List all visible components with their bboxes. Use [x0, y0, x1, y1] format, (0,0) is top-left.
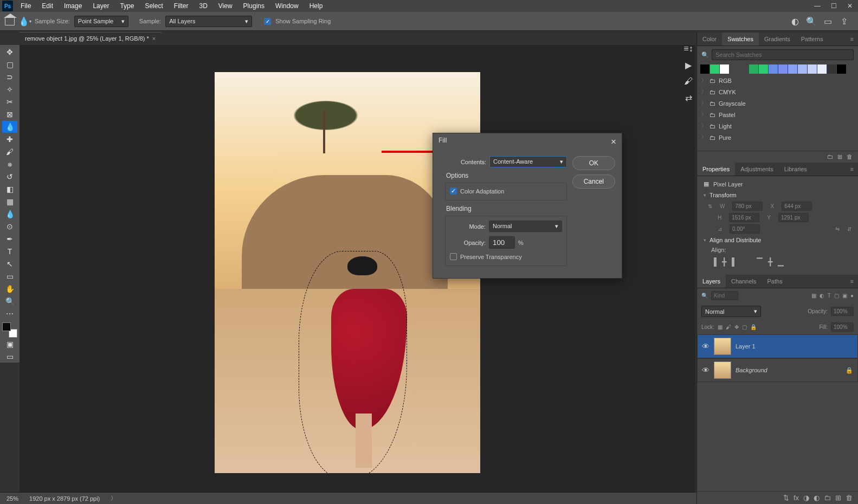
filter-pixel-icon[interactable]: ▦ [811, 293, 816, 299]
new-layer-icon[interactable]: ⊞ [835, 494, 841, 502]
swatch[interactable] [817, 64, 827, 74]
swatch[interactable] [710, 64, 719, 74]
x-input[interactable] [782, 202, 812, 211]
ok-button[interactable]: OK [572, 156, 615, 170]
layer-name[interactable]: Background [736, 367, 767, 373]
tab-paths[interactable]: Paths [762, 275, 788, 288]
quick-mask-tool[interactable]: ▣ [2, 338, 17, 350]
swatch-folder[interactable]: 〉🗀RGB [701, 75, 854, 86]
filter-smart-icon[interactable]: ▣ [842, 293, 847, 299]
minimize-button[interactable]: — [809, 0, 825, 12]
swatch[interactable] [798, 64, 807, 74]
align-left-icon[interactable]: ▐ [711, 257, 717, 266]
tab-channels[interactable]: Channels [726, 275, 762, 288]
swatch-folder[interactable]: 〉🗀Pastel [701, 109, 854, 120]
tab-swatches[interactable]: Swatches [722, 33, 759, 46]
dialog-close-button[interactable]: × [611, 137, 616, 147]
menu-view[interactable]: View [213, 0, 238, 12]
filter-adjust-icon[interactable]: ◐ [820, 293, 824, 299]
pen-tool[interactable]: ✒ [2, 233, 17, 245]
close-tab-icon[interactable]: × [152, 35, 156, 42]
doc-info[interactable]: 1920 px x 2879 px (72 ppi) [29, 495, 100, 502]
marquee-tool[interactable]: ▢ [2, 59, 17, 70]
hand-tool[interactable]: ✋ [2, 283, 17, 295]
sample-dropdown[interactable]: All Layers▾ [165, 16, 252, 27]
tool-indicator-icon[interactable]: 💧▾ [20, 16, 30, 27]
flip-v-icon[interactable]: ⇵ [847, 226, 851, 232]
menu-image[interactable]: Image [59, 0, 87, 12]
mode-dropdown[interactable]: Normal▾ [489, 221, 562, 232]
swatch[interactable] [788, 64, 797, 74]
menu-help[interactable]: Help [304, 0, 328, 12]
link-layers-icon[interactable]: ⇅ [783, 494, 789, 502]
align-bottom-icon[interactable]: ▁ [778, 257, 784, 266]
tab-layers[interactable]: Layers [697, 275, 726, 288]
tab-gradients[interactable]: Gradients [759, 33, 796, 46]
history-panel-icon[interactable]: ≡↕ [683, 43, 694, 54]
new-swatch-icon[interactable]: ⊞ [837, 153, 842, 160]
layer-row[interactable]: 👁Layer 1 [697, 334, 858, 358]
filter-shape-icon[interactable]: ▢ [834, 293, 839, 299]
lock-all-icon[interactable]: 🔒 [750, 324, 757, 330]
layer-thumb[interactable] [714, 338, 731, 355]
transform-header[interactable]: ▾Transform [704, 192, 851, 198]
filter-icon[interactable]: 🔍 [701, 293, 708, 299]
align-right-icon[interactable]: ▌ [732, 257, 737, 266]
layer-thumb[interactable] [714, 361, 731, 379]
screen-mode-tool[interactable]: ▭ [2, 351, 17, 363]
delete-swatch-icon[interactable]: 🗑 [847, 153, 853, 160]
tab-libraries[interactable]: Libraries [779, 163, 812, 176]
menu-layer[interactable]: Layer [87, 0, 114, 12]
swatch-folder[interactable]: 〉🗀Grayscale [701, 98, 854, 109]
swatch[interactable] [827, 64, 836, 74]
close-button[interactable]: ✕ [842, 0, 858, 12]
frame-tool[interactable]: ⊠ [2, 108, 17, 120]
zoom-level[interactable]: 25% [7, 495, 18, 502]
swatch[interactable] [700, 64, 709, 74]
crop-tool[interactable]: ✂ [2, 96, 17, 108]
tab-adjustments[interactable]: Adjustments [735, 163, 779, 176]
swatch[interactable] [720, 64, 729, 74]
width-input[interactable] [732, 202, 763, 211]
swatch-folder[interactable]: 〉🗀Pure [701, 132, 854, 143]
layer-fx-icon[interactable]: fx [794, 494, 799, 502]
opacity-input[interactable] [489, 236, 515, 249]
flip-h-icon[interactable]: ⇋ [835, 226, 840, 232]
color-swatches[interactable] [2, 322, 17, 338]
group-icon[interactable]: 🗀 [824, 494, 831, 502]
swatch-folder[interactable]: 〉🗀Light [701, 120, 854, 132]
adjust-panel-icon[interactable]: ⇄ [683, 92, 694, 103]
filter-type-icon[interactable]: T [828, 293, 831, 299]
color-adaptation-checkbox[interactable]: ✓ [450, 188, 457, 195]
tab-properties[interactable]: Properties [697, 163, 735, 176]
type-tool[interactable]: T [2, 245, 17, 257]
swatch[interactable] [759, 64, 768, 74]
cancel-button[interactable]: Cancel [572, 175, 615, 189]
search-icon[interactable]: 🔍 [806, 16, 817, 27]
layer-kind-filter[interactable] [711, 291, 738, 300]
height-input[interactable] [729, 213, 759, 222]
filter-toggle-icon[interactable]: ● [850, 293, 854, 299]
zoom-tool[interactable]: 🔍 [2, 295, 17, 307]
menu-select[interactable]: Select [139, 0, 168, 12]
dialog-titlebar[interactable]: Fill × [433, 133, 622, 151]
magic-wand-tool[interactable]: ✧ [2, 83, 17, 95]
healing-tool[interactable]: ✚ [2, 133, 17, 145]
lasso-tool[interactable]: ⊃ [2, 71, 17, 83]
layer-row[interactable]: 👁Background🔒 [697, 358, 858, 382]
history-brush-tool[interactable]: ↺ [2, 171, 17, 183]
swatch[interactable] [769, 64, 778, 74]
align-center-h-icon[interactable]: ╋ [722, 257, 726, 266]
lock-position-icon[interactable]: ✥ [734, 324, 739, 330]
brushes-panel-icon[interactable]: 🖌 [683, 76, 694, 87]
swatch[interactable] [837, 64, 846, 74]
home-button[interactable] [4, 16, 15, 27]
adjustment-layer-icon[interactable]: ◐ [814, 494, 820, 502]
y-input[interactable] [778, 213, 809, 222]
panel-menu-icon[interactable]: ≡ [846, 163, 858, 176]
swatch[interactable] [778, 64, 788, 74]
clone-tool[interactable]: ⎈ [2, 158, 17, 170]
swatch[interactable] [808, 64, 817, 74]
gradient-tool[interactable]: ▦ [2, 196, 17, 208]
workspace-icon[interactable]: ▭ [822, 16, 833, 27]
